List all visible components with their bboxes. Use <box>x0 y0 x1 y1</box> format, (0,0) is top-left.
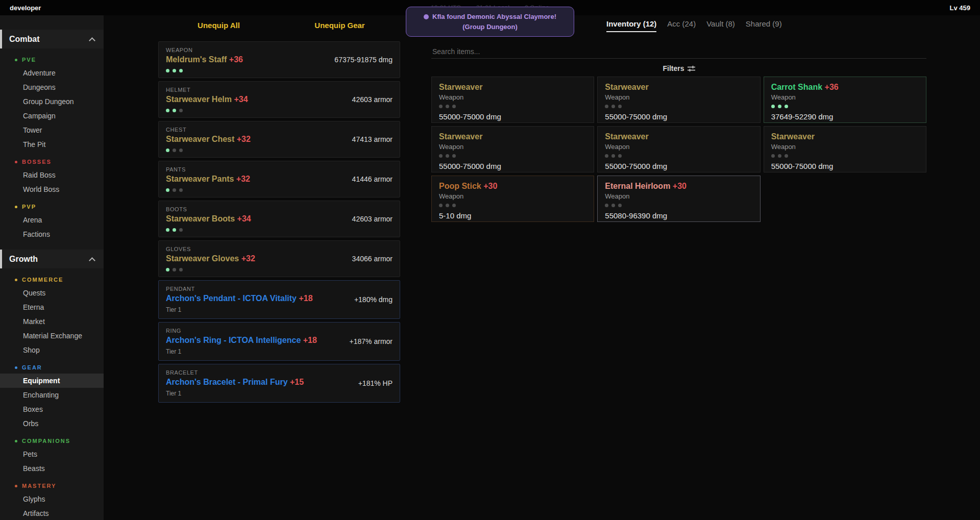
quality-dots <box>166 109 393 112</box>
quality-dots <box>439 154 586 158</box>
item-name-text: Carrot Shank <box>771 83 822 91</box>
sidebar-item-arena[interactable]: Arena <box>0 213 104 227</box>
sidebar-item-world-boss[interactable]: World Boss <box>0 182 104 196</box>
search-input[interactable] <box>431 45 926 59</box>
sidebar-item-glyphs[interactable]: Glyphs <box>0 492 104 506</box>
inventory-tabs: Inventory (12)Acc (24)Vault (8)Shared (9… <box>606 19 782 32</box>
enhance-level: +36 <box>227 55 243 64</box>
inventory-card-poop-stick[interactable]: Poop Stick +30Weapon5-10 dmg <box>431 176 594 222</box>
equipped-list: WEAPONMeldrum's Staff +3667375-91875 dmg… <box>158 41 400 403</box>
sidebar-item-shop[interactable]: Shop <box>0 343 104 357</box>
equipped-card-weapon[interactable]: WEAPONMeldrum's Staff +3667375-91875 dmg <box>158 41 400 78</box>
sidebar-section-growth[interactable]: Growth <box>0 250 104 268</box>
inventory-card-carrot-shank[interactable]: Carrot Shank +36Weapon37649-52290 dmg <box>764 77 926 123</box>
unequip-all-button[interactable]: Unequip All <box>158 21 279 30</box>
sidebar-group-pve: PVE <box>0 54 104 66</box>
enhance-level: +30 <box>670 182 687 190</box>
item-name: Carrot Shank +36 <box>771 83 919 92</box>
tab-inventory-12[interactable]: Inventory (12) <box>606 19 656 32</box>
group-bullet-icon <box>15 485 17 487</box>
item-name: Starweaver <box>771 132 919 141</box>
dot-empty-icon <box>452 204 456 207</box>
filters-label: Filters <box>663 64 684 72</box>
sidebar-item-beasts[interactable]: Beasts <box>0 461 104 476</box>
dot-empty-icon <box>618 204 622 207</box>
item-stat: 55000-75000 dmg <box>439 112 586 121</box>
dot-filled-icon <box>778 105 781 108</box>
inventory-card-starweaver[interactable]: StarweaverWeapon55000-75000 dmg <box>597 77 760 123</box>
item-name: Poop Stick +30 <box>439 182 586 191</box>
sidebar-item-adventure[interactable]: Adventure <box>0 66 104 80</box>
enhance-level: +32 <box>234 135 251 143</box>
sidebar-item-pets[interactable]: Pets <box>0 447 104 461</box>
enhance-level: +32 <box>234 175 250 183</box>
group-bullet-icon <box>15 59 17 61</box>
sidebar-item-group-dungeon[interactable]: Group Dungeon <box>0 94 104 109</box>
quality-dots <box>771 154 919 158</box>
dot-empty-icon <box>771 154 775 158</box>
dot-filled-icon <box>166 228 169 232</box>
item-stat: 67375-91875 dmg <box>334 56 393 64</box>
equipped-card-helmet[interactable]: HELMETStarweaver Helm +3442603 armor <box>158 81 400 118</box>
quality-dots <box>439 204 586 207</box>
drop-notification-toast[interactable]: Kfla found Demonic Abyssal Claymore! (Gr… <box>406 7 574 37</box>
sidebar-item-equipment[interactable]: Equipment <box>0 374 104 388</box>
sidebar-item-factions[interactable]: Factions <box>0 227 104 241</box>
equipped-card-chest[interactable]: CHESTStarweaver Chest +3247413 armor <box>158 121 400 158</box>
dot-empty-icon <box>173 268 176 271</box>
sidebar-item-quests[interactable]: Quests <box>0 286 104 300</box>
sidebar-item-enchanting[interactable]: Enchanting <box>0 388 104 402</box>
equipped-card-pants[interactable]: PANTSStarweaver Pants +3241446 armor <box>158 161 400 197</box>
item-stat: +187% armor <box>350 337 393 345</box>
dot-empty-icon <box>446 105 449 108</box>
quality-dots <box>166 268 393 271</box>
sidebar-item-dungeons[interactable]: Dungeons <box>0 80 104 94</box>
inventory-card-starweaver[interactable]: StarweaverWeapon55000-75000 dmg <box>764 126 926 172</box>
inventory-card-starweaver[interactable]: StarweaverWeapon55000-75000 dmg <box>431 77 594 123</box>
inventory-grid: StarweaverWeapon55000-75000 dmgStarweave… <box>431 77 926 222</box>
inventory-card-starweaver[interactable]: StarweaverWeapon55000-75000 dmg <box>597 126 760 172</box>
tab-acc-24[interactable]: Acc (24) <box>667 19 696 32</box>
equipped-card-gloves[interactable]: GLOVESStarweaver Gloves +3234066 armor <box>158 240 400 277</box>
dot-empty-icon <box>605 204 608 207</box>
enhance-level: +34 <box>235 214 251 223</box>
dot-filled-icon <box>166 109 169 112</box>
equipped-card-ring[interactable]: RINGArchon's Ring - ICTOA Intelligence +… <box>158 322 400 361</box>
dot-empty-icon <box>179 109 183 112</box>
sidebar-item-material-exchange[interactable]: Material Exchange <box>0 329 104 343</box>
sidebar-item-eterna[interactable]: Eterna <box>0 300 104 314</box>
search-row <box>431 45 926 59</box>
slot-label: CHEST <box>166 127 393 133</box>
quality-dots <box>605 154 752 158</box>
sidebar-item-campaign[interactable]: Campaign <box>0 109 104 123</box>
filters-button[interactable]: Filters <box>431 64 926 72</box>
tab-vault-8[interactable]: Vault (8) <box>706 19 735 32</box>
sidebar-item-market[interactable]: Market <box>0 314 104 329</box>
tab-shared-9[interactable]: Shared (9) <box>746 19 782 32</box>
inventory-card-eternal-heirloom[interactable]: Eternal Heirloom +30Weapon55080-96390 dm… <box>597 176 760 222</box>
item-name: Starweaver <box>439 132 586 141</box>
item-type: Weapon <box>605 143 752 151</box>
group-label: PVE <box>22 57 36 63</box>
dot-empty-icon <box>611 204 615 207</box>
sidebar-item-boxes[interactable]: Boxes <box>0 402 104 416</box>
unequip-gear-button[interactable]: Unequip Gear <box>279 21 400 30</box>
sidebar-item-orbs[interactable]: Orbs <box>0 416 104 431</box>
group-label: COMPANIONS <box>22 438 70 444</box>
sliders-icon <box>688 65 695 72</box>
sidebar-item-raid-boss[interactable]: Raid Boss <box>0 168 104 182</box>
dot-empty-icon <box>179 268 183 271</box>
equipped-card-boots[interactable]: BOOTSStarweaver Boots +3442603 armor <box>158 201 400 237</box>
equipped-card-pendant[interactable]: PENDANTArchon's Pendant - ICTOA Vitality… <box>158 280 400 319</box>
item-type: Weapon <box>439 192 586 200</box>
inventory-card-starweaver[interactable]: StarweaverWeapon55000-75000 dmg <box>431 126 594 172</box>
sidebar-item-artifacts[interactable]: Artifacts <box>0 506 104 520</box>
item-name-text: Starweaver Chest <box>166 135 234 143</box>
sidebar-item-tower[interactable]: Tower <box>0 123 104 137</box>
sidebar-item-the-pit[interactable]: The Pit <box>0 137 104 152</box>
slot-label: BOOTS <box>166 206 393 212</box>
sidebar-section-combat[interactable]: Combat <box>0 30 104 48</box>
dot-empty-icon <box>605 154 608 158</box>
equipped-card-bracelet[interactable]: BRACELETArchon's Bracelet - Primal Fury … <box>158 364 400 403</box>
sidebar-group-commerce: COMMERCE <box>0 274 104 286</box>
